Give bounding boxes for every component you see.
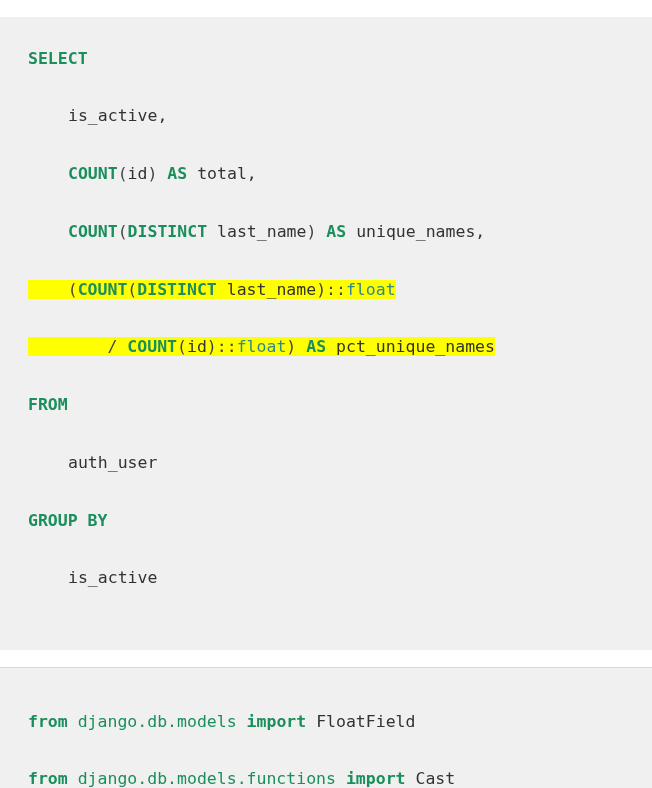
punctuation — [207, 222, 217, 241]
keyword-count: COUNT — [68, 222, 118, 241]
module-path: django.db.models — [78, 712, 237, 731]
punctuation: ( — [68, 280, 78, 299]
punctuation: ) — [147, 164, 167, 183]
punctuation: ) — [286, 337, 306, 356]
keyword-distinct: DISTINCT — [137, 280, 216, 299]
punctuation — [406, 769, 416, 788]
punctuation: ( — [177, 337, 187, 356]
punctuation — [187, 164, 197, 183]
keyword-from: from — [28, 769, 68, 788]
keyword-from: FROM — [28, 395, 68, 414]
punctuation: / — [107, 337, 127, 356]
code-line: from django.db.models import FloatField — [28, 708, 628, 737]
punctuation: ) — [306, 222, 326, 241]
alias-pct-unique-names: pct_unique_names — [336, 337, 495, 356]
code-line: from django.db.models.functions import C… — [28, 765, 628, 788]
sql-code-block: SELECT is_active, COUNT(id) AS total, CO… — [0, 17, 652, 651]
keyword-count: COUNT — [78, 280, 128, 299]
col-last-name: last_name — [227, 280, 316, 299]
ident-cast: Cast — [415, 769, 455, 788]
code-line: COUNT(id) AS total, — [28, 160, 628, 189]
code-line-highlighted: / COUNT(id)::float) AS pct_unique_names — [28, 333, 628, 362]
keyword-import: import — [247, 712, 307, 731]
col-last-name: last_name — [217, 222, 306, 241]
python-code-block: from django.db.models import FloatField … — [0, 667, 652, 789]
col-id: id — [187, 337, 207, 356]
punctuation — [68, 712, 78, 731]
code-line: SELECT — [28, 45, 628, 74]
code-line: GROUP BY — [28, 507, 628, 536]
punctuation — [68, 769, 78, 788]
punctuation: ( — [127, 280, 137, 299]
keyword-import: import — [346, 769, 406, 788]
punctuation: ( — [118, 222, 128, 241]
keyword-select: SELECT — [28, 49, 88, 68]
alias-total: total, — [197, 164, 257, 183]
type-float: float — [346, 280, 396, 299]
ident-floatfield: FloatField — [316, 712, 415, 731]
keyword-as: AS — [326, 222, 346, 241]
punctuation — [336, 769, 346, 788]
punctuation — [217, 280, 227, 299]
code-line: is_active, — [28, 102, 628, 131]
punctuation — [326, 337, 336, 356]
code-line-highlighted: (COUNT(DISTINCT last_name)::float — [28, 276, 628, 305]
keyword-as: AS — [167, 164, 187, 183]
punctuation — [346, 222, 356, 241]
keyword-distinct: DISTINCT — [128, 222, 207, 241]
table-auth-user: auth_user — [68, 453, 157, 472]
keyword-from: from — [28, 712, 68, 731]
code-line: is_active — [28, 564, 628, 593]
module-path: django.db.models.functions — [78, 769, 336, 788]
punctuation: ( — [118, 164, 128, 183]
col-is-active: is_active, — [68, 106, 167, 125]
col-is-active: is_active — [68, 568, 157, 587]
col-id: id — [128, 164, 148, 183]
keyword-as: AS — [306, 337, 326, 356]
punctuation — [306, 712, 316, 731]
keyword-count: COUNT — [127, 337, 177, 356]
code-line: auth_user — [28, 449, 628, 478]
punctuation — [237, 712, 247, 731]
punctuation: ):: — [207, 337, 237, 356]
keyword-count: COUNT — [68, 164, 118, 183]
code-line: FROM — [28, 391, 628, 420]
code-line: COUNT(DISTINCT last_name) AS unique_name… — [28, 218, 628, 247]
alias-unique-names: unique_names, — [356, 222, 485, 241]
keyword-group-by: GROUP BY — [28, 511, 107, 530]
punctuation: ):: — [316, 280, 346, 299]
type-float: float — [237, 337, 287, 356]
